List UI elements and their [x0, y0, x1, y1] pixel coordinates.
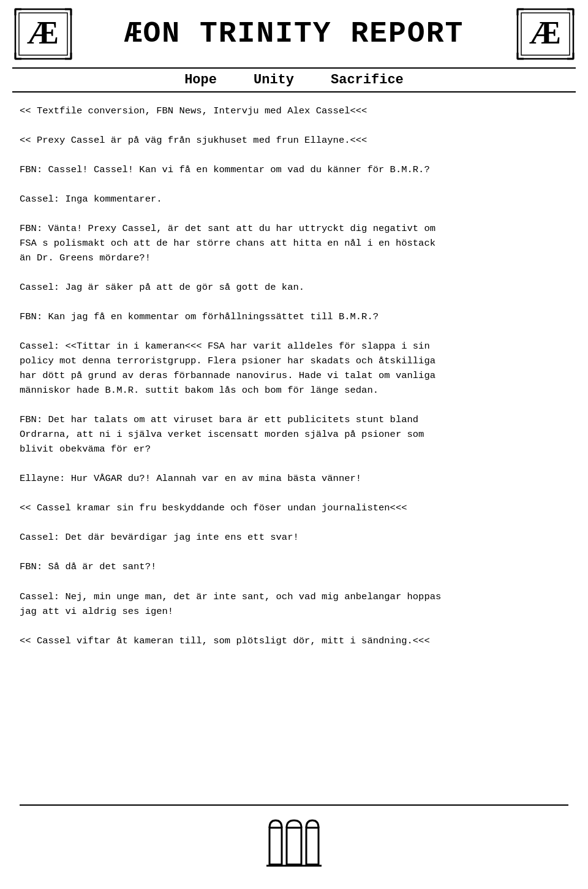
footer-logo-icon — [263, 815, 325, 877]
svg-rect-24 — [306, 828, 318, 864]
nav-unity[interactable]: Unity — [254, 72, 294, 88]
title-area: ÆON TRINITY REPORT — [74, 18, 514, 50]
header: Æ ÆON TRINITY REPORT — [0, 0, 588, 93]
main-content: << Textfile conversion, FBN News, Interv… — [0, 93, 588, 798]
header-top: Æ ÆON TRINITY REPORT — [12, 6, 576, 64]
logo-left: Æ — [12, 6, 74, 61]
logo-right: Æ — [514, 6, 576, 61]
svg-rect-22 — [270, 828, 282, 864]
right-logo-icon: Æ — [516, 8, 575, 60]
page: Æ ÆON TRINITY REPORT — [0, 0, 588, 889]
footer-line — [20, 804, 568, 806]
svg-text:Æ: Æ — [27, 15, 59, 50]
header-bottom-line — [12, 91, 576, 93]
svg-text:Æ: Æ — [529, 15, 561, 50]
svg-rect-23 — [287, 828, 301, 864]
article-body: << Textfile conversion, FBN News, Interv… — [20, 104, 568, 648]
footer — [0, 798, 588, 889]
left-logo-icon: Æ — [14, 8, 72, 60]
nav-bar: Hope Unity Sacrifice — [12, 67, 576, 88]
main-title: ÆON TRINITY REPORT — [74, 18, 514, 50]
nav-hope[interactable]: Hope — [184, 72, 217, 88]
nav-sacrifice[interactable]: Sacrifice — [331, 72, 404, 88]
